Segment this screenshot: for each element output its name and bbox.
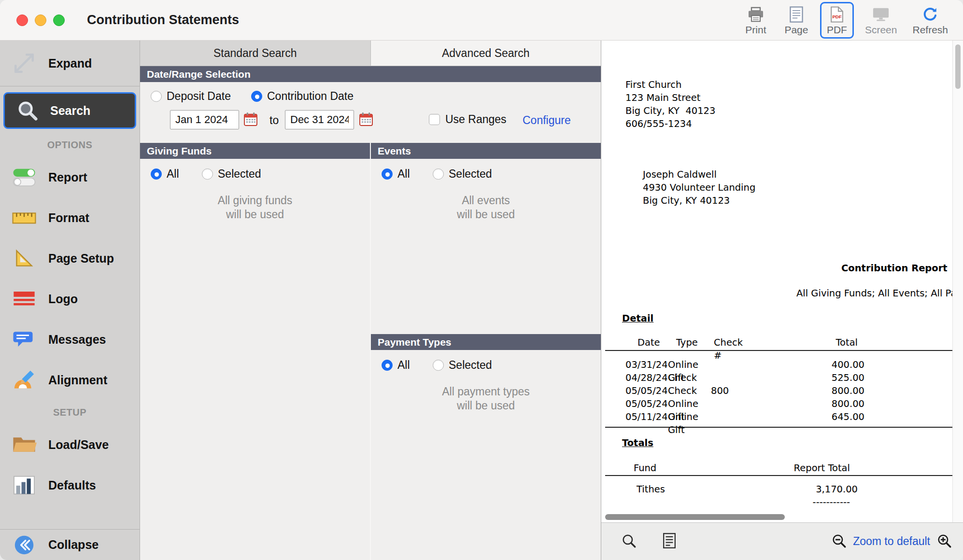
sidebar-item-expand[interactable]: Expand bbox=[0, 41, 140, 86]
sidebar-item-label: Logo bbox=[48, 292, 78, 306]
detail-row: 04/28/24Check525.00 bbox=[601, 371, 952, 384]
radio-unchecked bbox=[433, 360, 444, 371]
sidebar-item-alignment[interactable]: Alignment bbox=[0, 360, 140, 400]
sidebar-item-format[interactable]: Format bbox=[0, 197, 140, 238]
sidebar-item-page-setup[interactable]: Page Setup bbox=[0, 238, 140, 279]
to-date-calendar-button[interactable] bbox=[358, 112, 374, 127]
contribution-date-radio[interactable]: Contribution Date bbox=[251, 90, 354, 103]
date-range-header: Date/Range Selection bbox=[140, 66, 601, 82]
window-title: Contribution Statements bbox=[87, 13, 239, 28]
detail-row: 05/11/24Online Gift645.00 bbox=[601, 410, 952, 436]
page-icon bbox=[789, 6, 804, 23]
title-bar: Contribution Statements Print bbox=[0, 0, 963, 41]
deposit-date-radio[interactable]: Deposit Date bbox=[151, 90, 231, 103]
preview-toolbar: Zoom to default bbox=[601, 522, 963, 560]
red-bars-icon bbox=[0, 289, 48, 308]
events-header: Events bbox=[371, 143, 601, 159]
chat-bubbles-icon bbox=[0, 329, 48, 350]
detail-row: 05/05/24Check800800.00 bbox=[601, 384, 952, 397]
sidebar: Expand Search OPTIONS bbox=[0, 41, 140, 560]
payment-types-all-radio[interactable]: All bbox=[382, 359, 410, 372]
sidebar-item-load-save[interactable]: Load/Save bbox=[0, 424, 140, 465]
zoom-in-icon bbox=[936, 532, 952, 550]
print-button[interactable]: Print bbox=[739, 2, 773, 39]
report-title: Contribution Report bbox=[841, 263, 948, 274]
refresh-button[interactable]: Refresh bbox=[908, 2, 952, 39]
report-view-button[interactable] bbox=[660, 531, 679, 552]
sidebar-item-label: Messages bbox=[48, 333, 106, 347]
sidebar-item-collapse[interactable]: Collapse bbox=[0, 529, 140, 560]
page-button[interactable]: Page bbox=[779, 2, 813, 39]
report-subtitle: All Giving Funds; All Events; All Payr bbox=[796, 288, 952, 299]
use-ranges-checkbox[interactable]: Use Ranges bbox=[429, 113, 507, 126]
sidebar-item-label: Collapse bbox=[48, 538, 99, 552]
minimize-button[interactable] bbox=[35, 14, 46, 26]
sidebar-item-label: Expand bbox=[48, 56, 92, 70]
to-word: to bbox=[269, 114, 279, 127]
sidebar-item-logo[interactable]: Logo bbox=[0, 279, 140, 319]
zoom-in-button[interactable] bbox=[934, 531, 954, 552]
page-label: Page bbox=[784, 24, 808, 36]
giving-funds-content: All Selected All giving funds will be us… bbox=[140, 159, 370, 560]
events-selected-radio[interactable]: Selected bbox=[433, 168, 492, 181]
configure-link[interactable]: Configure bbox=[523, 114, 571, 127]
sidebar-item-messages[interactable]: Messages bbox=[0, 319, 140, 360]
sidebar-item-label: Search bbox=[50, 104, 90, 118]
magnifier-icon bbox=[621, 532, 637, 550]
printer-icon bbox=[747, 6, 765, 23]
traffic-lights bbox=[0, 14, 65, 26]
horizontal-scrollbar[interactable] bbox=[601, 512, 952, 522]
print-label: Print bbox=[745, 24, 766, 36]
preview-search-button[interactable] bbox=[619, 531, 639, 552]
events-all-radio[interactable]: All bbox=[382, 168, 410, 181]
radio-checked bbox=[251, 91, 262, 102]
sidebar-section-setup: SETUP bbox=[0, 400, 140, 424]
totals-dashes-row: ----------- bbox=[601, 496, 952, 509]
from-date-input[interactable] bbox=[170, 110, 239, 129]
sidebar-item-defaults[interactable]: Defaults bbox=[0, 465, 140, 505]
zoom-window-button[interactable] bbox=[53, 14, 65, 26]
giving-funds-all-radio[interactable]: All bbox=[151, 168, 179, 181]
horizontal-scrollbar-thumb[interactable] bbox=[605, 514, 785, 520]
events-note: All events will be used bbox=[371, 194, 601, 222]
giving-funds-header: Giving Funds bbox=[140, 143, 370, 159]
rule bbox=[605, 350, 952, 351]
sidebar-item-label: Alignment bbox=[48, 373, 107, 387]
screen-button[interactable]: Screen bbox=[861, 2, 902, 39]
tab-standard-search[interactable]: Standard Search bbox=[140, 41, 370, 66]
close-button[interactable] bbox=[16, 14, 28, 26]
payment-types-selected-radio[interactable]: Selected bbox=[433, 359, 492, 372]
search-icon bbox=[5, 99, 50, 122]
tab-advanced-search[interactable]: Advanced Search bbox=[370, 41, 601, 66]
screen-icon bbox=[872, 6, 890, 23]
zoom-out-icon bbox=[831, 532, 847, 550]
sidebar-item-label: Page Setup bbox=[48, 252, 114, 266]
sidebar-item-report[interactable]: Report bbox=[0, 157, 140, 197]
pdf-icon: PDF bbox=[830, 6, 844, 23]
vertical-scrollbar-thumb[interactable] bbox=[955, 44, 961, 89]
radio-checked bbox=[151, 168, 162, 180]
radio-unchecked bbox=[202, 168, 213, 180]
radio-unchecked bbox=[151, 91, 162, 102]
sidebar-section-options: OPTIONS bbox=[0, 133, 140, 157]
toggle-switches-icon bbox=[0, 167, 48, 187]
pencil-protractor-icon bbox=[0, 369, 48, 391]
bar-chart-icon bbox=[0, 475, 48, 495]
report-view-icon bbox=[662, 532, 677, 550]
vertical-scrollbar[interactable] bbox=[952, 41, 963, 522]
sidebar-item-search[interactable]: Search bbox=[3, 92, 136, 129]
from-date-calendar-button[interactable] bbox=[243, 112, 258, 127]
expand-icon bbox=[0, 51, 48, 75]
zoom-out-button[interactable] bbox=[829, 531, 849, 552]
giving-funds-selected-radio[interactable]: Selected bbox=[202, 168, 261, 181]
zoom-to-default-link[interactable]: Zoom to default bbox=[853, 535, 930, 548]
totals-section-label: Totals bbox=[622, 437, 653, 448]
ruler-icon bbox=[0, 208, 48, 227]
totals-table-header: Fund Report Total bbox=[601, 462, 952, 475]
refresh-icon bbox=[922, 6, 938, 23]
svg-text:PDF: PDF bbox=[832, 14, 841, 19]
pdf-label: PDF bbox=[827, 24, 847, 36]
sidebar-item-label: Format bbox=[48, 211, 89, 225]
to-date-input[interactable] bbox=[285, 110, 354, 129]
pdf-button[interactable]: PDF PDF bbox=[820, 2, 854, 39]
